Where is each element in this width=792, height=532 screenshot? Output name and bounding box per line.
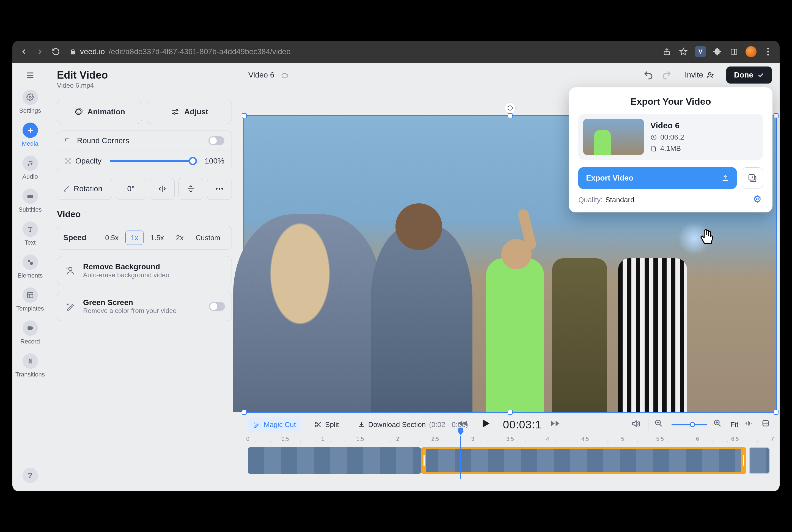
wand-icon <box>64 300 77 313</box>
fit-button[interactable]: Fit <box>731 420 738 429</box>
svg-rect-14 <box>67 160 69 162</box>
file-name: Video 6.mp4 <box>57 82 232 89</box>
panel-icon[interactable] <box>729 47 739 57</box>
lock-icon <box>70 49 76 55</box>
rotation-more-button[interactable] <box>207 178 232 200</box>
feature-title: Remove Background <box>83 262 169 271</box>
browser-window: veed.io/edit/a8de337d-4f87-4361-807b-a4d… <box>12 41 780 491</box>
svg-point-20 <box>69 267 72 271</box>
nav-settings[interactable]: Settings <box>12 90 48 114</box>
music-icon <box>22 155 38 171</box>
nav-text[interactable]: Text <box>12 222 48 246</box>
undo-button[interactable] <box>642 69 655 81</box>
svg-rect-3 <box>27 195 33 198</box>
feature-title: Green Screen <box>83 298 177 307</box>
share-icon[interactable] <box>662 47 672 57</box>
svg-point-10 <box>176 110 178 111</box>
nav-audio[interactable]: Audio <box>12 155 48 180</box>
clip-handle-right[interactable] <box>741 448 745 473</box>
svg-point-29 <box>756 198 758 200</box>
camera-icon <box>22 320 38 336</box>
adjust-button[interactable]: Adjust <box>147 100 232 124</box>
round-corners-toggle[interactable] <box>208 136 224 145</box>
speed-2x[interactable]: 2x <box>171 231 189 245</box>
extensions-icon[interactable] <box>713 47 722 57</box>
rotation-value[interactable]: 0° <box>116 178 146 200</box>
resize-handle[interactable] <box>242 113 247 118</box>
rotate-handle[interactable] <box>504 102 516 113</box>
export-panel: Export Your Video Video 6 00:06.2 4.1MB … <box>569 88 772 212</box>
nav-label: Audio <box>22 173 38 180</box>
speed-1x[interactable]: 1x <box>125 231 143 245</box>
reload-button[interactable] <box>51 47 61 57</box>
nav-subtitles[interactable]: Subtitles <box>12 189 48 213</box>
browser-actions: V <box>662 46 773 57</box>
speed-card: Speed 0.5x 1x 1.5x 2x Custom <box>57 226 232 249</box>
resize-handle[interactable] <box>508 113 513 118</box>
settings-icon[interactable] <box>761 419 772 430</box>
zoom-in-button[interactable] <box>713 419 724 430</box>
help-button[interactable]: ? <box>22 468 38 483</box>
address-bar[interactable]: veed.io/edit/a8de337d-4f87-4361-807b-a4d… <box>70 47 291 56</box>
back-button[interactable] <box>19 47 29 57</box>
svg-rect-15 <box>65 162 67 164</box>
clip-handle-left[interactable] <box>422 448 426 473</box>
nav-label: Text <box>24 239 35 246</box>
nav-record[interactable]: Record <box>12 320 48 345</box>
animation-button[interactable]: Animation <box>57 100 142 124</box>
profile-avatar[interactable] <box>745 46 757 57</box>
speed-0-5x[interactable]: 0.5x <box>100 231 124 245</box>
remove-bg-card[interactable]: Remove Background Auto-erase background … <box>57 256 232 285</box>
speed-1-5x[interactable]: 1.5x <box>145 231 169 245</box>
green-screen-toggle[interactable] <box>209 302 225 311</box>
split-button[interactable]: Split <box>309 417 345 432</box>
bookmark-icon[interactable] <box>678 47 688 57</box>
green-screen-card[interactable]: Green Screen Remove a color from your vi… <box>57 292 232 321</box>
zoom-slider[interactable] <box>671 424 707 425</box>
invite-button[interactable]: Invite <box>679 66 720 83</box>
panel-title: Edit Video <box>57 69 232 81</box>
zoom-out-button[interactable] <box>655 419 665 430</box>
magic-cut-button[interactable]: Magic Cut <box>248 417 301 432</box>
clip-3[interactable] <box>749 448 770 474</box>
quality-label: Quality: <box>578 196 603 204</box>
nav-templates[interactable]: Templates <box>12 287 48 312</box>
video-section-title: Video <box>57 209 232 219</box>
quality-settings-button[interactable] <box>753 195 763 205</box>
person-remove-icon <box>64 264 77 277</box>
export-video-button[interactable]: Export Video <box>578 167 737 189</box>
opacity-row: Opacity 100% <box>57 151 232 171</box>
clip-1[interactable] <box>248 448 421 474</box>
forward-button[interactable] <box>35 47 45 57</box>
volume-button[interactable] <box>631 419 642 430</box>
nav-transitions[interactable]: Transitions <box>12 354 48 378</box>
hamburger-button[interactable] <box>24 69 36 81</box>
extension-badge[interactable]: V <box>695 46 706 57</box>
speed-group: 0.5x 1x 1.5x 2x Custom <box>100 231 225 245</box>
flip-horizontal-button[interactable] <box>150 178 174 200</box>
gear-icon <box>22 90 38 105</box>
transitions-icon <box>22 354 38 369</box>
playhead[interactable] <box>460 436 461 479</box>
play-button[interactable] <box>479 417 495 433</box>
flip-vertical-button[interactable] <box>179 178 203 200</box>
clip-2-selected[interactable] <box>421 448 747 474</box>
export-template-button[interactable] <box>742 167 763 189</box>
download-section-button[interactable]: Download Section (0:02 - 0:06) <box>352 417 474 432</box>
export-size: 4.1MB <box>650 144 684 153</box>
shapes-icon <box>22 254 38 270</box>
project-name[interactable]: Video 6 <box>248 71 274 79</box>
nav-elements[interactable]: Elements <box>12 254 48 279</box>
forward-button[interactable] <box>550 418 563 431</box>
speed-custom[interactable]: Custom <box>190 231 225 245</box>
url-domain: veed.io <box>80 47 105 56</box>
app-root: Settings Media Audio Subtitles Text Elem… <box>12 63 780 491</box>
waveform-button[interactable] <box>744 419 755 430</box>
resize-handle[interactable] <box>774 113 778 118</box>
opacity-slider[interactable] <box>110 160 196 162</box>
done-button[interactable]: Done <box>726 66 772 83</box>
nav-media[interactable]: Media <box>12 122 48 147</box>
timeline-ruler[interactable]: 00.511.522.533.544.555.566.57 <box>248 436 772 446</box>
browser-menu[interactable] <box>763 47 773 57</box>
redo-button[interactable] <box>661 69 673 81</box>
